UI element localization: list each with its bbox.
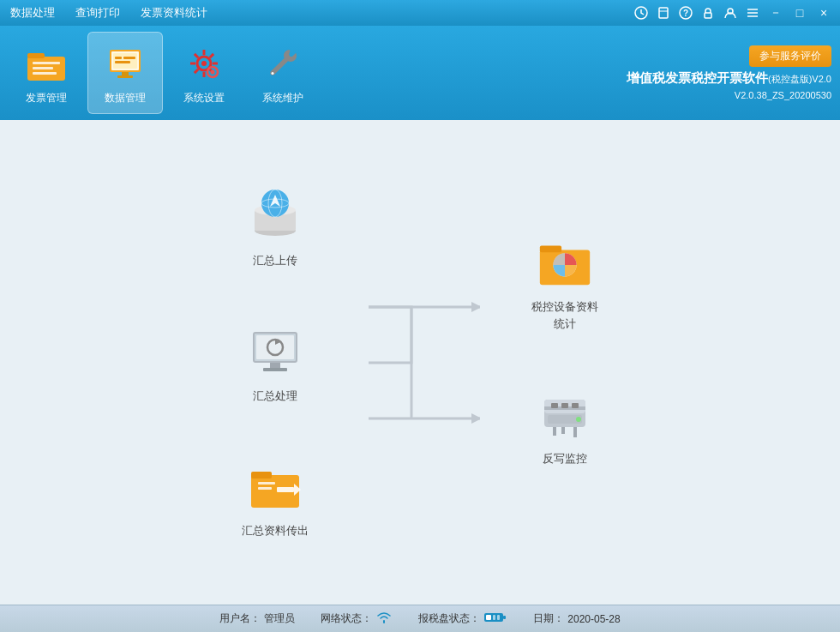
title-bar: 数据处理 查询打印 发票资料统计 ? － □ × <box>0 0 840 26</box>
close-button[interactable]: × <box>814 3 833 22</box>
monitor-label: 反写监控 <box>543 450 587 467</box>
toolbar-item-sys-maintain[interactable]: 系统维护 <box>245 32 321 114</box>
taxdisk-icon <box>483 611 507 627</box>
svg-rect-17 <box>115 57 122 59</box>
svg-line-30 <box>210 53 213 57</box>
svg-rect-68 <box>572 403 579 408</box>
bookmark-icon[interactable] <box>655 4 672 21</box>
svg-point-23 <box>201 61 207 66</box>
svg-marker-55 <box>471 302 480 312</box>
svg-rect-77 <box>493 615 495 620</box>
username-label: 用户名： <box>219 611 261 626</box>
svg-rect-11 <box>33 62 60 64</box>
svg-line-31 <box>195 69 198 72</box>
svg-rect-61 <box>540 246 561 253</box>
maximize-button[interactable]: □ <box>790 3 809 22</box>
taxdisk-label: 报税盘状态： <box>418 611 480 626</box>
toolbar: 发票管理 数据管理 <box>0 26 840 120</box>
menu-data-process[interactable]: 数据处理 <box>7 3 58 22</box>
svg-rect-66 <box>551 403 558 408</box>
status-username: 用户名： 管理员 <box>219 611 295 626</box>
svg-rect-19 <box>115 61 130 63</box>
menu-bar: 数据处理 查询打印 发票资料统计 <box>7 3 211 22</box>
svg-rect-71 <box>553 427 556 436</box>
process-label: 汇总处理 <box>253 388 297 405</box>
svg-marker-56 <box>471 413 480 424</box>
stats-icon <box>535 232 595 292</box>
sys-settings-icon <box>182 41 226 86</box>
data-mgmt-icon <box>103 41 147 86</box>
question-icon[interactable]: ? <box>677 4 694 21</box>
svg-rect-4 <box>705 13 711 18</box>
toolbar-item-sys-settings-label: 系统设置 <box>183 91 225 105</box>
minimize-button[interactable]: － <box>766 3 785 22</box>
wifi-icon <box>375 611 393 627</box>
svg-rect-48 <box>263 368 287 371</box>
app-title-text: 增值税发票税控开票软件(税控盘版)V2.0 <box>627 70 831 85</box>
status-bar: 用户名： 管理员 网络状态： 报税盘状态： 日期： 2020-05-28 <box>0 605 840 632</box>
network-label: 网络状态： <box>321 611 372 626</box>
svg-rect-12 <box>33 67 53 69</box>
upload-icon <box>245 185 305 245</box>
menu-query-print[interactable]: 查询打印 <box>72 3 123 22</box>
toolbar-item-sys-settings[interactable]: 系统设置 <box>166 32 242 114</box>
svg-point-34 <box>272 72 274 75</box>
svg-rect-67 <box>561 403 568 408</box>
svg-rect-53 <box>277 487 294 492</box>
main-content: 汇总上传 <box>0 120 840 605</box>
circle-arrow-icon[interactable] <box>633 4 650 21</box>
status-date: 日期： 2020-05-28 <box>533 611 620 626</box>
svg-point-70 <box>576 417 581 422</box>
svg-rect-72 <box>561 427 565 434</box>
upload-label: 汇总上传 <box>253 252 297 269</box>
status-taxdisk: 报税盘状态： <box>418 611 507 627</box>
monitor-icon <box>535 383 595 443</box>
svg-rect-51 <box>258 482 275 485</box>
menu-item-monitor[interactable]: 反写监控 <box>535 383 595 467</box>
menu-invoice-stats[interactable]: 发票资料统计 <box>137 3 211 22</box>
menu-item-export[interactable]: 汇总资料传出 <box>242 455 309 539</box>
svg-rect-73 <box>573 427 577 437</box>
svg-rect-50 <box>251 472 272 479</box>
lock-icon[interactable] <box>699 4 717 21</box>
svg-rect-47 <box>270 363 280 368</box>
service-evaluation-button[interactable]: 参与服务评价 <box>749 45 831 67</box>
sys-maintain-icon <box>261 41 305 86</box>
right-column: 税控设备资料统计 <box>531 232 598 467</box>
svg-rect-21 <box>117 75 133 78</box>
toolbar-item-invoice-mgmt-label: 发票管理 <box>26 91 67 105</box>
app-title: 增值税发票税控开票软件(税控盘版)V2.0 <box>627 70 831 87</box>
svg-rect-75 <box>503 616 506 619</box>
export-icon <box>245 455 305 515</box>
svg-point-33 <box>211 69 215 74</box>
svg-rect-1 <box>659 8 668 18</box>
toolbar-item-invoice-mgmt[interactable]: 发票管理 <box>9 32 84 114</box>
svg-rect-13 <box>33 72 57 75</box>
svg-rect-10 <box>27 53 45 58</box>
toolbar-item-data-mgmt[interactable]: 数据管理 <box>87 32 163 114</box>
svg-rect-52 <box>258 487 272 490</box>
status-network: 网络状态： <box>321 611 393 627</box>
menu-item-stats[interactable]: 税控设备资料统计 <box>531 232 598 332</box>
svg-rect-20 <box>122 72 129 75</box>
toolbar-item-sys-maintain-label: 系统维护 <box>262 91 303 105</box>
menu-item-process[interactable]: 汇总处理 <box>245 321 305 405</box>
toolbar-right: 参与服务评价 增值税发票税控开票软件(税控盘版)V2.0 V2.0.38_ZS_… <box>627 26 831 120</box>
toolbar-item-data-mgmt-label: 数据管理 <box>105 91 146 105</box>
title-bar-controls: ? － □ × <box>633 3 833 22</box>
svg-rect-18 <box>123 57 135 59</box>
svg-line-28 <box>195 53 198 57</box>
connector-arrows <box>360 251 480 474</box>
stats-label: 税控设备资料统计 <box>531 298 598 332</box>
menu-icon[interactable] <box>744 4 761 21</box>
invoice-mgmt-icon <box>24 41 69 86</box>
svg-rect-78 <box>497 615 500 620</box>
username-value: 管理员 <box>264 611 295 626</box>
date-value: 2020-05-28 <box>567 613 620 625</box>
user-icon[interactable] <box>722 4 739 21</box>
date-label: 日期： <box>533 611 564 626</box>
svg-rect-76 <box>486 615 491 620</box>
app-version: V2.0.38_ZS_20200530 <box>735 90 831 100</box>
menu-item-upload[interactable]: 汇总上传 <box>245 185 305 269</box>
content-area: 汇总上传 <box>0 120 840 605</box>
